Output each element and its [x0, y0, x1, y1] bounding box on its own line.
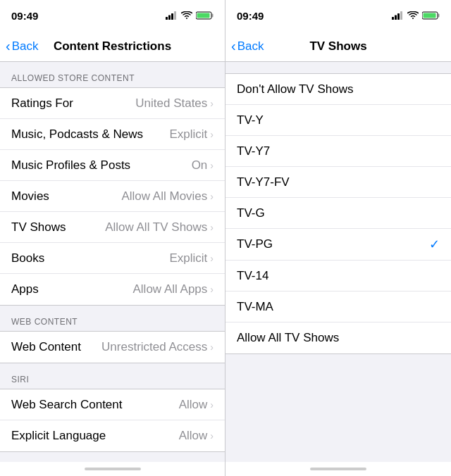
svg-rect-10: [400, 11, 402, 20]
list-item-web-content[interactable]: Web Content Unrestricted Access ›: [0, 332, 225, 363]
music-profiles-label: Music Profiles & Posts: [11, 158, 192, 173]
section-header-game-center: GAME CENTER: [0, 452, 225, 462]
books-value: Explicit: [169, 251, 207, 265]
list-item-web-search[interactable]: Web Search Content Allow ›: [0, 389, 225, 420]
web-content-label: Web Content: [11, 340, 101, 354]
right-battery-icon: [422, 11, 440, 20]
left-nav-title: Content Restrictions: [54, 39, 171, 54]
ratings-for-value: United States: [135, 96, 207, 111]
tv-item-tv-ma[interactable]: TV-MA: [226, 292, 451, 322]
tv-item-tv-g[interactable]: TV-G: [226, 198, 451, 229]
tv-item-allow-all[interactable]: Allow All TV Shows: [226, 322, 451, 353]
list-item-movies[interactable]: Movies Allow All Movies ›: [0, 181, 225, 212]
web-content-chevron-icon: ›: [210, 342, 214, 353]
right-home-indicator: [226, 462, 451, 476]
battery-icon: [196, 11, 214, 20]
tv-item-tv-g-label: TV-G: [237, 206, 265, 220]
movies-chevron-icon: ›: [210, 191, 214, 202]
apps-chevron-icon: ›: [210, 284, 214, 295]
svg-rect-6: [197, 13, 210, 18]
explicit-language-chevron-icon: ›: [210, 430, 214, 441]
right-nav-bar: ‹ Back TV Shows: [226, 31, 451, 62]
books-label: Books: [11, 251, 169, 265]
web-content-list: Web Content Unrestricted Access ›: [0, 331, 225, 363]
left-home-indicator: [0, 462, 225, 476]
tv-item-tv-y7[interactable]: TV-Y7: [226, 136, 451, 167]
svg-rect-5: [212, 14, 214, 18]
svg-rect-8: [395, 15, 397, 20]
music-podcasts-label: Music, Podcasts & News: [11, 127, 169, 142]
list-item-explicit-language[interactable]: Explicit Language Allow ›: [0, 420, 225, 451]
tv-item-dont-allow-label: Don't Allow TV Shows: [237, 82, 353, 96]
right-time: 09:49: [237, 10, 264, 22]
right-status-icons: [392, 11, 440, 20]
web-search-label: Web Search Content: [11, 398, 179, 412]
section-header-allowed-store: ALLOWED STORE CONTENT: [0, 62, 225, 87]
wifi-icon: [181, 11, 192, 20]
tv-item-tv-pg[interactable]: TV-PG ✓: [226, 229, 451, 261]
music-profiles-value: On: [192, 158, 208, 173]
list-item-books[interactable]: Books Explicit ›: [0, 243, 225, 274]
tv-shows-chevron-icon: ›: [210, 222, 214, 233]
movies-label: Movies: [11, 189, 121, 203]
tv-pg-checkmark-icon: ✓: [429, 237, 440, 252]
left-back-chevron-icon: ‹: [6, 39, 11, 53]
web-search-value: Allow: [179, 398, 208, 412]
explicit-language-label: Explicit Language: [11, 429, 179, 443]
signal-icon: [166, 11, 178, 20]
books-chevron-icon: ›: [210, 253, 214, 264]
tv-item-tv-y7-fv-label: TV-Y7-FV: [237, 175, 290, 189]
tv-item-tv-ma-label: TV-MA: [237, 300, 273, 314]
list-item-music-profiles[interactable]: Music Profiles & Posts On ›: [0, 150, 225, 181]
svg-rect-3: [174, 11, 176, 20]
left-time: 09:49: [11, 10, 38, 22]
list-item-music-podcasts[interactable]: Music, Podcasts & News Explicit ›: [0, 119, 225, 150]
left-content: ALLOWED STORE CONTENT Ratings For United…: [0, 62, 225, 462]
music-profiles-chevron-icon: ›: [210, 160, 214, 171]
svg-rect-7: [392, 17, 394, 20]
apps-label: Apps: [11, 282, 132, 296]
section-header-web-content: WEB CONTENT: [0, 306, 225, 331]
list-item-tv-shows[interactable]: TV Shows Allow All TV Shows ›: [0, 212, 225, 243]
right-back-button[interactable]: ‹ Back: [231, 39, 264, 54]
web-search-chevron-icon: ›: [210, 399, 214, 411]
web-content-value: Unrestricted Access: [101, 340, 207, 354]
left-back-button[interactable]: ‹ Back: [6, 39, 38, 54]
svg-rect-1: [168, 15, 171, 20]
right-back-label: Back: [237, 39, 264, 54]
tv-shows-label: TV Shows: [11, 220, 105, 234]
tv-item-tv-14-label: TV-14: [237, 269, 268, 283]
tv-item-tv-y7-fv[interactable]: TV-Y7-FV: [226, 167, 451, 198]
music-podcasts-value: Explicit: [169, 127, 207, 142]
list-item-ratings-for[interactable]: Ratings For United States ›: [0, 88, 225, 119]
tv-item-tv-14[interactable]: TV-14: [226, 261, 451, 292]
right-status-bar: 09:49: [226, 0, 451, 31]
right-top-spacer: [226, 62, 451, 73]
left-back-label: Back: [12, 39, 39, 54]
list-item-apps[interactable]: Apps Allow All Apps ›: [0, 274, 225, 305]
tv-item-dont-allow[interactable]: Don't Allow TV Shows: [226, 74, 451, 105]
ratings-for-chevron-icon: ›: [210, 98, 214, 109]
right-panel: 09:49 ‹ Back: [226, 0, 451, 476]
tv-ratings-list: Don't Allow TV Shows TV-Y TV-Y7 TV-Y7-FV…: [226, 73, 451, 354]
tv-item-tv-y[interactable]: TV-Y: [226, 105, 451, 136]
tv-item-tv-y7-label: TV-Y7: [237, 144, 270, 158]
left-nav-bar: ‹ Back Content Restrictions: [0, 31, 225, 62]
explicit-language-value: Allow: [179, 429, 208, 443]
svg-rect-13: [424, 13, 436, 18]
right-signal-icon: [392, 11, 404, 20]
left-home-bar: [85, 468, 141, 470]
left-panel: 09:49 ‹: [0, 0, 226, 476]
ratings-for-label: Ratings For: [11, 96, 135, 111]
right-home-bar: [310, 468, 366, 470]
right-bottom-area: [226, 354, 451, 462]
right-nav-title: TV Shows: [309, 39, 366, 54]
tv-item-tv-y-label: TV-Y: [237, 113, 264, 127]
section-header-siri: SIRI: [0, 363, 225, 389]
svg-rect-2: [171, 13, 173, 20]
svg-rect-12: [438, 14, 440, 18]
tv-item-allow-all-label: Allow All TV Shows: [237, 331, 339, 345]
svg-rect-0: [166, 17, 168, 20]
apps-value: Allow All Apps: [132, 282, 207, 296]
left-status-icons: [166, 11, 214, 20]
